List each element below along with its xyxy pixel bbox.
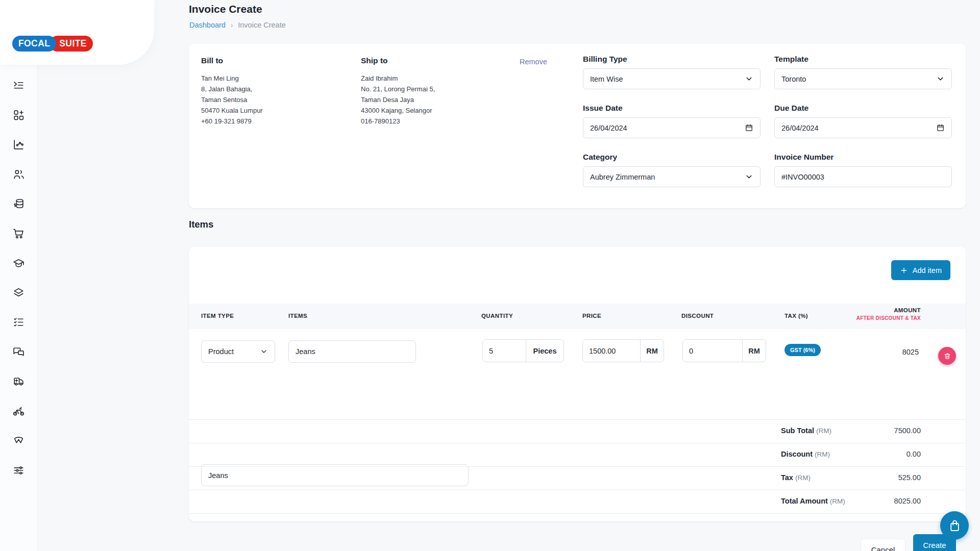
sidebar-item-pos[interactable] [0, 218, 37, 248]
issue-date-label: Issue Date [583, 104, 761, 113]
issue-date-field: Issue Date 26/04/2024 [583, 104, 761, 138]
sidebar-item-rides[interactable] [0, 396, 37, 425]
ship-to-line: No. 21, Lorong Permai 5, [361, 84, 504, 94]
discount-unit: RM [742, 340, 766, 362]
graduation-cap-icon [12, 257, 25, 269]
sidebar-item-tasks[interactable] [0, 307, 37, 337]
col-discount: DISCOUNT [681, 313, 714, 319]
database-dollar-icon [12, 197, 25, 210]
col-items: ITEMS [288, 313, 307, 319]
shopping-cart-icon [12, 227, 25, 240]
billing-type-select[interactable]: Item Wise [583, 68, 761, 89]
menu-list-icon [12, 79, 25, 92]
due-date-value: 26/04/2024 [781, 124, 819, 132]
chevron-down-icon [745, 172, 753, 181]
template-label: Template [774, 55, 952, 64]
breadcrumb-chevron-icon: › [231, 21, 233, 29]
grid-add-icon [12, 109, 25, 121]
messages-icon [12, 345, 25, 358]
col-item-type: ITEM TYPE [201, 313, 234, 319]
category-select[interactable]: Aubrey Zimmerman [583, 166, 761, 187]
shopping-bag-icon [948, 519, 962, 533]
items-section-title: Items [189, 219, 213, 230]
cancel-button[interactable]: Cancel [861, 539, 905, 551]
billing-type-field: Billing Type Item Wise [583, 55, 761, 89]
price-unit: RM [640, 340, 664, 362]
issue-date-input[interactable]: 26/04/2024 [583, 117, 761, 138]
item-type-select[interactable]: Product [201, 340, 275, 363]
discount-input[interactable] [683, 340, 742, 362]
ship-to-line: 016-7890123 [361, 116, 504, 127]
plus-icon [900, 266, 908, 274]
add-item-button[interactable]: Add item [891, 260, 950, 280]
quantity-unit: Pieces [526, 340, 564, 362]
totals-block: Sub Total (RM) 7500.00 Discount (RM) 0.0… [189, 419, 966, 514]
col-quantity: QUANTITY [481, 313, 513, 319]
sidebar-item-messages[interactable] [0, 337, 37, 366]
bill-to-line: 8, Jalan Bahagia, [201, 84, 344, 94]
row-amount: 8025 [902, 348, 919, 356]
ship-to-line: Taman Desa Jaya [361, 94, 504, 105]
app-logo[interactable]: FOCAL SUITE [12, 36, 93, 52]
chevron-down-icon [260, 347, 268, 356]
sidebar-item-menu[interactable] [0, 70, 37, 100]
total-amount-value: 8025.00 [894, 497, 921, 505]
sidebar-item-analytics[interactable] [0, 130, 37, 159]
item-row: Product Pieces RM RM GST (6%) 8025 [189, 329, 966, 421]
tax-value: 525.00 [898, 473, 921, 482]
subtotal-unit: (RM) [816, 427, 831, 435]
total-amount-row: Total Amount (RM) 8025.00 [189, 490, 966, 514]
due-date-label: Due Date [774, 104, 952, 113]
col-tax: TAX (%) [785, 313, 808, 319]
sidebar-item-apparel[interactable] [0, 425, 37, 455]
col-amount: AMOUNT AFTER DISCOUNT & TAX [856, 307, 921, 321]
sidebar-item-projects[interactable] [0, 278, 37, 307]
breadcrumb: Dashboard › Invoice Create [189, 21, 286, 29]
issue-date-value: 26/04/2024 [590, 124, 627, 132]
item-type-value: Product [208, 347, 234, 356]
sidebar-item-fleet[interactable] [0, 366, 37, 396]
invoice-number-value[interactable] [781, 173, 945, 181]
calendar-icon [745, 123, 753, 132]
price-input[interactable] [583, 340, 640, 362]
invoice-details-card: Bill to Tan Mei Ling 8, Jalan Bahagia, T… [189, 44, 966, 208]
sidebar-item-users[interactable] [0, 159, 37, 189]
discount-unit-label: (RM) [815, 450, 830, 458]
discount-label: Discount [781, 450, 813, 458]
tax-row: Tax (RM) 525.00 [189, 466, 966, 490]
tax-badge[interactable]: GST (6%) [785, 344, 821, 356]
delete-item-button[interactable] [938, 347, 956, 365]
breadcrumb-current: Invoice Create [238, 21, 286, 29]
sidebar-item-training[interactable] [0, 248, 37, 278]
due-date-field: Due Date 26/04/2024 [774, 104, 952, 138]
subtotal-row: Sub Total (RM) 7500.00 [189, 419, 966, 443]
template-select[interactable]: Toronto [774, 68, 952, 89]
ship-to-label: Ship to [361, 56, 504, 65]
sidebar-item-apps[interactable] [0, 100, 37, 130]
sidebar-item-settings[interactable] [0, 455, 37, 485]
floating-cart-button[interactable] [940, 511, 969, 540]
invoice-number-input[interactable] [774, 166, 952, 187]
chevron-down-icon [745, 74, 753, 83]
total-amount-unit: (RM) [830, 497, 845, 505]
due-date-input[interactable]: 26/04/2024 [774, 117, 952, 138]
price-group: RM [582, 339, 664, 362]
invoice-number-field: Invoice Number [774, 153, 952, 187]
discount-value: 0.00 [906, 450, 921, 458]
sidebar-item-finance[interactable] [0, 189, 37, 218]
item-name-input[interactable] [288, 340, 416, 363]
ship-to-line: 43000 Kajang, Selangor [361, 105, 504, 116]
discount-row: Discount (RM) 0.00 [189, 443, 966, 466]
quantity-input[interactable] [483, 340, 526, 362]
trash-icon [943, 352, 951, 360]
items-card: Add item ITEM TYPE ITEMS QUANTITY PRICE … [189, 247, 966, 521]
logo-focal: FOCAL [12, 36, 56, 52]
ship-to-block: Ship to Zaid Ibrahim No. 21, Lorong Perm… [361, 56, 504, 127]
remove-address-button[interactable]: Remove [520, 58, 547, 66]
discount-group: RM [682, 339, 766, 362]
delivery-truck-icon [12, 375, 25, 388]
layers-icon [12, 286, 25, 299]
subtotal-value: 7500.00 [894, 427, 921, 435]
breadcrumb-dashboard-link[interactable]: Dashboard [189, 21, 226, 29]
category-value: Aubrey Zimmerman [590, 173, 655, 181]
